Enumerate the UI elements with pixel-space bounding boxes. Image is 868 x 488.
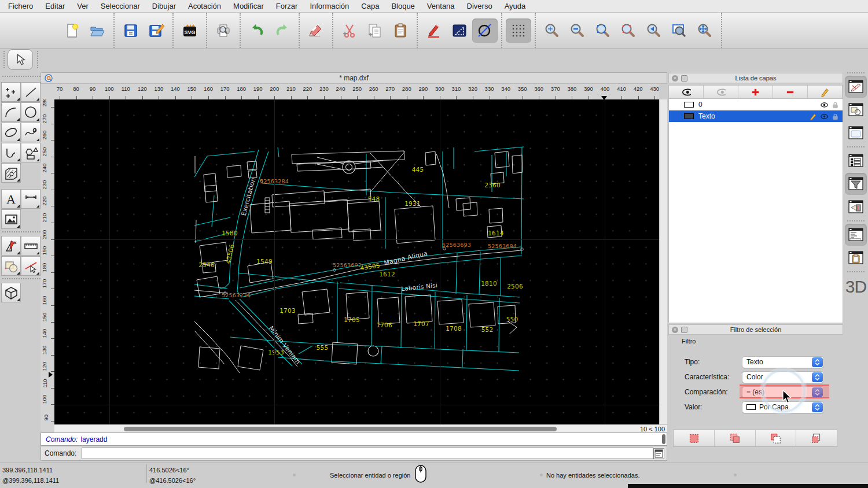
close-panel-button[interactable]: ×: [672, 75, 678, 82]
clipboard-panel-toggle[interactable]: [845, 247, 867, 269]
dimension-tool-button[interactable]: [21, 189, 41, 209]
layer-visible-icon[interactable]: [821, 113, 828, 120]
menu-capa[interactable]: Capa: [361, 2, 379, 10]
layer-color-swatch[interactable]: [684, 113, 694, 119]
zoom-selection-button[interactable]: [616, 19, 641, 43]
copy-button[interactable]: [362, 19, 388, 43]
menu-bloque[interactable]: Bloque: [391, 2, 414, 10]
command-history-scrollbar[interactable]: [662, 434, 665, 444]
vertical-scrollbar-track[interactable]: [659, 99, 667, 424]
grid-toggle-button[interactable]: [506, 19, 531, 43]
menu-acotación[interactable]: Acotación: [188, 2, 221, 10]
zoom-out-button[interactable]: [565, 19, 590, 43]
zoom-previous-button[interactable]: [641, 19, 667, 43]
library-browser-panel-toggle[interactable]: [845, 196, 867, 218]
layer-lock-icon[interactable]: [832, 101, 839, 109]
redo-button[interactable]: [270, 19, 295, 43]
selection-tools-button[interactable]: [1, 256, 21, 276]
add-to-selection-button[interactable]: [715, 430, 756, 446]
select-arrow-button[interactable]: [8, 49, 33, 70]
zoom-auto-button[interactable]: [590, 19, 616, 43]
close-panel-button[interactable]: ×: [672, 327, 678, 333]
menu-fichero[interactable]: Fichero: [8, 2, 33, 10]
new-file-button[interactable]: [59, 19, 84, 43]
undo-button[interactable]: [244, 19, 270, 43]
text-tool-button[interactable]: A: [1, 189, 21, 209]
eraser-button[interactable]: [303, 19, 329, 43]
layer-lock-icon[interactable]: [832, 113, 839, 120]
add-layer-button[interactable]: [738, 86, 773, 98]
show-inactive-layers-button[interactable]: [704, 86, 738, 98]
menu-modificar[interactable]: Modificar: [233, 2, 264, 10]
svg-export-button[interactable]: SVG: [177, 19, 203, 43]
box3d-tool-button[interactable]: [1, 283, 21, 302]
menu-ventana[interactable]: Ventana: [427, 2, 455, 10]
zoom-window-button[interactable]: [667, 19, 692, 43]
command-line-panel-toggle[interactable]: [845, 224, 867, 246]
measure-tool-button[interactable]: [21, 236, 41, 256]
layer-visible-icon[interactable]: [821, 101, 828, 109]
zoom-in-button[interactable]: [539, 19, 565, 43]
detach-panel-button[interactable]: [681, 75, 687, 82]
filter-dropdown-tipo[interactable]: Texto: [742, 356, 824, 368]
layer-color-swatch[interactable]: [684, 102, 694, 108]
save-file-button[interactable]: [118, 19, 144, 43]
layer-edit-icon[interactable]: [810, 113, 817, 120]
angle-restriction-button[interactable]: [447, 19, 472, 43]
layer-list-panel-toggle[interactable]: [845, 150, 867, 172]
toolbar-handle[interactable]: [3, 51, 6, 68]
menu-diverso[interactable]: Diverso: [467, 2, 492, 10]
save-as-button[interactable]: [144, 19, 169, 43]
cut-button[interactable]: [337, 19, 362, 43]
hatch-tool-button[interactable]: [1, 163, 21, 183]
selection-info-panel-toggle[interactable]: [845, 99, 867, 121]
menu-editar[interactable]: Editar: [45, 2, 65, 10]
shape-tool-button[interactable]: [21, 143, 41, 162]
line-tool-button[interactable]: [21, 82, 41, 102]
menu-seleccionar[interactable]: Seleccionar: [101, 2, 140, 10]
draft-tools-button[interactable]: [1, 236, 21, 256]
menu-información[interactable]: Información: [310, 2, 349, 10]
detach-panel-button[interactable]: [681, 327, 687, 333]
menu-dibujar[interactable]: Dibujar: [152, 2, 176, 10]
palette-handle[interactable]: [2, 76, 41, 80]
modify-tool-button[interactable]: [21, 256, 41, 276]
subtract-from-selection-button[interactable]: [756, 430, 797, 446]
command-widget-button[interactable]: [653, 448, 664, 459]
edit-layer-button[interactable]: [808, 86, 843, 98]
print-preview-button[interactable]: [211, 19, 236, 43]
polyline-tool-button[interactable]: [1, 143, 21, 162]
open-file-button[interactable]: [84, 19, 110, 43]
paste-button[interactable]: [388, 19, 413, 43]
command-input[interactable]: [82, 448, 653, 459]
snap-free-button[interactable]: [472, 19, 498, 43]
intersect-selection-button[interactable]: [796, 430, 837, 446]
dropdown-stepper-icon[interactable]: [812, 402, 823, 412]
drawing-canvas[interactable]: 5256328444523605481931158016145256369352…: [54, 99, 659, 424]
blank-panel-toggle[interactable]: [845, 122, 867, 144]
draw-pencil-button[interactable]: [421, 19, 447, 43]
spline-tool-button[interactable]: [21, 123, 41, 142]
horizontal-scrollbar-thumb[interactable]: [124, 427, 557, 431]
dock-handle[interactable]: [847, 72, 865, 73]
layer-row-0[interactable]: 0: [669, 99, 843, 110]
document-title-bar[interactable]: * map.dxf: [41, 72, 667, 84]
menu-ver[interactable]: Ver: [77, 2, 89, 10]
horizontal-scrollbar[interactable]: 10 < 100: [54, 424, 667, 432]
toolbar-handle[interactable]: [37, 51, 39, 68]
dropdown-stepper-icon[interactable]: [812, 357, 823, 367]
zoom-pan-button[interactable]: [692, 19, 718, 43]
ellipse-tool-button[interactable]: [1, 123, 21, 142]
point-tool-button[interactable]: [1, 82, 21, 102]
image-tool-button[interactable]: [1, 209, 21, 229]
remove-layer-button[interactable]: [773, 86, 808, 98]
circle-tool-button[interactable]: [21, 102, 41, 122]
show-all-layers-button[interactable]: [669, 86, 704, 98]
arc-tool-button[interactable]: [1, 102, 21, 122]
menu-forzar[interactable]: Forzar: [276, 2, 298, 10]
selection-filter-panel-toggle[interactable]: [845, 173, 867, 195]
select-matching-button[interactable]: [674, 430, 715, 446]
dropdown-stepper-icon[interactable]: [812, 372, 823, 382]
layer-row-texto[interactable]: Texto: [669, 110, 843, 122]
menu-ayuda[interactable]: Ayuda: [505, 2, 526, 10]
